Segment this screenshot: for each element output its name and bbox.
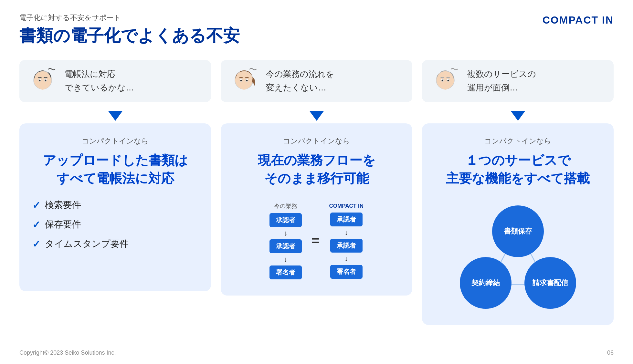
svg-point-12 <box>442 80 443 81</box>
flow-diagram: 今の業務 承認者 ↓ 承認者 ↓ 署名者 = COMPACT IN 承認者 ↓ … <box>234 202 399 279</box>
column-1: 電帳法に対応できているかな… コンパクトインなら アップロードした書類はすべて電… <box>19 60 211 291</box>
arrow-2 <box>310 111 324 121</box>
checklist-item-1a: ✓ 検索要件 <box>32 199 198 211</box>
flow-box-l2: 承認者 <box>269 239 302 253</box>
person-text-1: 電帳法に対応できているかな… <box>65 68 134 94</box>
checklist-item-1c: ✓ タイムスタンプ要件 <box>32 238 198 250</box>
flow-label-right: COMPACT IN <box>329 203 364 209</box>
person-icon-1 <box>29 67 58 96</box>
flow-equal-sign: = <box>311 233 320 249</box>
card-subtitle-2: コンパクトインなら <box>283 136 350 146</box>
flow-box-r3: 署名者 <box>330 265 363 279</box>
footer-copyright: Copyright© 2023 Seiko Solutions Inc. <box>19 349 116 356</box>
card-title-3: １つのサービスで主要な機能をすべて搭載 <box>446 151 590 187</box>
column-3: 複数のサービスの運用が面倒… コンパクトインなら １つのサービスで主要な機能をす… <box>422 60 614 325</box>
arrow-1 <box>108 111 122 121</box>
svg-point-4 <box>45 80 47 81</box>
card-2: コンパクトインなら 現在の業務フローをそのまま移行可能 今の業務 承認者 ↓ 承… <box>221 123 412 296</box>
flow-col-right: COMPACT IN 承認者 ↓ 承認者 ↓ 署名者 <box>329 203 364 279</box>
page: COMPACT IN 電子化に対する不安をサポート 書類の電子化でよくある不安 <box>0 0 633 364</box>
check-icon-1b: ✓ <box>32 219 40 230</box>
checklist-label-1c: タイムスタンプ要件 <box>45 238 129 250</box>
person-area-3: 複数のサービスの運用が面倒… <box>422 60 614 102</box>
person-area-2: 今の業務の流れを変えたくない… <box>221 60 412 102</box>
person-text-3: 複数のサービスの運用が面倒… <box>467 68 536 94</box>
card-title-1: アップロードした書類はすべて電帳法に対応 <box>43 151 188 187</box>
circle-documents: 書類保存 <box>492 205 544 257</box>
flow-arrow-r2: ↓ <box>344 255 348 263</box>
page-title: 書類の電子化でよくある不安 <box>19 25 614 47</box>
card-subtitle-1: コンパクトインなら <box>82 136 149 146</box>
logo-text: COMPACT IN <box>543 14 614 26</box>
checklist-label-1a: 検索要件 <box>45 199 81 211</box>
person-text-2: 今の業務の流れを変えたくない… <box>266 68 334 94</box>
person-icon-2 <box>230 67 259 96</box>
card-title-2: 現在の業務フローをそのまま移行可能 <box>258 151 375 187</box>
flow-box-r2: 承認者 <box>330 239 363 253</box>
flow-box-r1: 承認者 <box>330 213 363 226</box>
svg-point-7 <box>240 80 242 81</box>
flow-arrow-l2: ↓ <box>284 255 288 264</box>
check-icon-1c: ✓ <box>32 238 40 250</box>
checklist-item-1b: ✓ 保存要件 <box>32 218 198 231</box>
circles-diagram: 書類保存 契約締結 請求書配信 <box>460 205 576 309</box>
svg-point-2 <box>39 80 41 81</box>
logo: COMPACT IN <box>543 14 614 26</box>
card-3: コンパクトインなら １つのサービスで主要な機能をすべて搭載 書類保存 <box>422 123 614 325</box>
flow-label-left: 今の業務 <box>274 202 297 210</box>
flow-arrow-l1: ↓ <box>284 229 288 237</box>
checklist-1: ✓ 検索要件 ✓ 保存要件 ✓ タイムスタンプ要件 <box>32 199 198 257</box>
circle-contract: 契約締結 <box>460 257 512 309</box>
person-icon-3 <box>432 67 461 96</box>
flow-box-l1: 承認者 <box>269 213 302 227</box>
svg-point-14 <box>448 80 449 81</box>
arrow-3 <box>511 111 525 121</box>
column-2: 今の業務の流れを変えたくない… コンパクトインなら 現在の業務フローをそのまま移… <box>221 60 412 296</box>
checklist-label-1b: 保存要件 <box>45 218 81 231</box>
flow-col-left: 今の業務 承認者 ↓ 承認者 ↓ 署名者 <box>269 202 302 279</box>
person-area-1: 電帳法に対応できているかな… <box>19 60 211 102</box>
footer-page-number: 06 <box>607 349 614 356</box>
card-subtitle-3: コンパクトインなら <box>484 136 551 146</box>
svg-point-9 <box>246 80 248 81</box>
footer: Copyright© 2023 Seiko Solutions Inc. 06 <box>19 349 614 356</box>
flow-box-l3: 署名者 <box>269 265 302 279</box>
check-icon-1a: ✓ <box>32 200 40 211</box>
columns-container: 電帳法に対応できているかな… コンパクトインなら アップロードした書類はすべて電… <box>19 60 614 325</box>
circle-contract-label: 契約締結 <box>471 278 500 288</box>
circle-invoice: 請求書配信 <box>524 257 576 309</box>
header-label: 電子化に対する不安をサポート <box>19 13 614 23</box>
circle-invoice-label: 請求書配信 <box>533 278 568 288</box>
circle-documents-label: 書類保存 <box>504 226 532 236</box>
flow-arrow-r1: ↓ <box>344 228 348 237</box>
card-1: コンパクトインなら アップロードした書類はすべて電帳法に対応 ✓ 検索要件 ✓ … <box>19 123 211 291</box>
